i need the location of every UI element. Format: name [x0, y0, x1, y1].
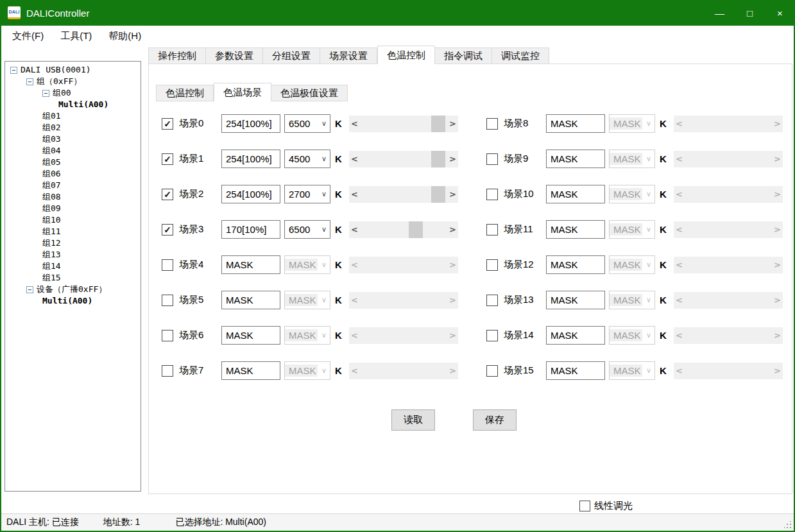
tree-item[interactable]: 组03 — [5, 133, 141, 145]
scrollbar-track[interactable] — [360, 257, 447, 273]
level-scrollbar[interactable]: < > — [349, 151, 458, 167]
scroll-right-icon[interactable]: > — [447, 292, 458, 309]
level-scrollbar[interactable]: < > — [349, 363, 458, 379]
tree-item[interactable]: 组12 — [5, 237, 141, 249]
level-input[interactable] — [546, 326, 605, 345]
scroll-left-icon[interactable]: < — [349, 363, 360, 379]
scene-checkbox[interactable]: ✓ — [486, 365, 498, 377]
scroll-right-icon[interactable]: > — [447, 363, 458, 379]
scene-checkbox[interactable]: ✓ — [162, 330, 173, 341]
main-tab-5[interactable]: 指令调试 — [435, 47, 492, 64]
level-scrollbar[interactable]: < > — [349, 327, 458, 344]
tree-item[interactable]: Multi(A00) — [5, 295, 141, 307]
scrollbar-thumb[interactable] — [409, 221, 423, 238]
scene-checkbox[interactable]: ✓ — [162, 365, 173, 377]
scroll-left-icon[interactable]: < — [349, 292, 360, 309]
scrollbar-track[interactable] — [685, 221, 772, 238]
scroll-right-icon[interactable]: > — [772, 363, 783, 379]
scroll-left-icon[interactable]: < — [349, 221, 360, 238]
scroll-left-icon[interactable]: < — [674, 327, 685, 344]
tree-item[interactable]: 组（0xFF） — [5, 76, 141, 87]
scrollbar-track[interactable] — [360, 186, 447, 203]
main-tab-0[interactable]: 操作控制 — [148, 47, 206, 64]
scene-checkbox[interactable]: ✓ — [162, 118, 173, 130]
tree-item[interactable]: 组15 — [5, 272, 141, 284]
scene-checkbox[interactable]: ✓ — [162, 259, 173, 271]
level-input[interactable] — [221, 114, 280, 133]
kelvin-dropdown[interactable]: MASK ∨ — [284, 326, 330, 345]
level-scrollbar[interactable]: < > — [674, 363, 783, 379]
scroll-right-icon[interactable]: > — [447, 257, 458, 273]
scene-checkbox[interactable]: ✓ — [486, 118, 498, 130]
scene-checkbox[interactable]: ✓ — [486, 295, 498, 306]
tree-item[interactable]: 组07 — [5, 180, 141, 191]
scroll-right-icon[interactable]: > — [447, 327, 458, 344]
sub-tab-1[interactable]: 色温场景 — [214, 83, 271, 101]
tree-item[interactable]: 组00 — [5, 87, 141, 99]
scroll-left-icon[interactable]: < — [674, 186, 685, 203]
scrollbar-track[interactable] — [685, 151, 772, 167]
kelvin-dropdown[interactable]: MASK ∨ — [284, 255, 330, 274]
level-input[interactable] — [546, 361, 605, 380]
scroll-right-icon[interactable]: > — [772, 116, 783, 132]
tree-item[interactable]: 组06 — [5, 168, 141, 180]
tree-item[interactable]: 设备（广播0xFF） — [5, 284, 141, 295]
level-scrollbar[interactable]: < > — [349, 221, 458, 238]
level-scrollbar[interactable]: < > — [674, 221, 783, 238]
main-tab-6[interactable]: 调试监控 — [492, 47, 549, 64]
scroll-right-icon[interactable]: > — [772, 327, 783, 344]
kelvin-dropdown[interactable]: MASK ∨ — [609, 220, 655, 239]
main-tab-4[interactable]: 色温控制 — [377, 46, 435, 64]
kelvin-dropdown[interactable]: 6500 ∨ — [284, 114, 330, 133]
maximize-button[interactable]: □ — [735, 0, 765, 26]
level-input[interactable] — [546, 220, 605, 239]
tree-item[interactable]: 组05 — [5, 157, 141, 168]
scrollbar-track[interactable] — [360, 363, 447, 379]
scroll-right-icon[interactable]: > — [772, 257, 783, 273]
scene-checkbox[interactable]: ✓ — [486, 259, 498, 271]
level-input[interactable] — [221, 255, 280, 274]
kelvin-dropdown[interactable]: MASK ∨ — [609, 150, 655, 168]
scene-checkbox[interactable]: ✓ — [486, 153, 498, 165]
main-tab-3[interactable]: 场景设置 — [320, 47, 377, 64]
scroll-left-icon[interactable]: < — [349, 327, 360, 344]
scrollbar-thumb[interactable] — [431, 151, 445, 167]
level-scrollbar[interactable]: < > — [674, 116, 783, 132]
scroll-left-icon[interactable]: < — [674, 116, 685, 132]
tree-item[interactable]: 组01 — [5, 110, 141, 122]
scrollbar-track[interactable] — [685, 257, 772, 273]
kelvin-dropdown[interactable]: MASK ∨ — [284, 361, 330, 380]
tree-item[interactable]: 组02 — [5, 122, 141, 133]
scene-checkbox[interactable]: ✓ — [162, 224, 173, 236]
scene-checkbox[interactable]: ✓ — [486, 330, 498, 341]
scroll-right-icon[interactable]: > — [772, 221, 783, 238]
scroll-left-icon[interactable]: < — [674, 221, 685, 238]
scroll-right-icon[interactable]: > — [447, 186, 458, 203]
scrollbar-track[interactable] — [685, 116, 772, 132]
kelvin-dropdown[interactable]: 2700 ∨ — [284, 185, 330, 203]
level-input[interactable] — [221, 326, 280, 345]
kelvin-dropdown[interactable]: 6500 ∨ — [284, 220, 330, 239]
sub-tab-2[interactable]: 色温极值设置 — [271, 85, 348, 101]
kelvin-dropdown[interactable]: MASK ∨ — [284, 291, 330, 309]
tree-item[interactable]: Multi(A00) — [5, 99, 141, 110]
scrollbar-track[interactable] — [360, 116, 447, 132]
tree-item[interactable]: DALI USB(0001) — [5, 64, 141, 76]
read-button[interactable]: 读取 — [391, 409, 435, 431]
level-scrollbar[interactable]: < > — [674, 186, 783, 203]
level-input[interactable] — [546, 114, 605, 133]
kelvin-dropdown[interactable]: MASK ∨ — [609, 361, 655, 380]
tree-item[interactable]: 组13 — [5, 249, 141, 261]
scrollbar-track[interactable] — [360, 327, 447, 344]
scroll-left-icon[interactable]: < — [349, 186, 360, 203]
main-tab-2[interactable]: 分组设置 — [263, 47, 320, 64]
level-input[interactable] — [546, 150, 605, 168]
level-scrollbar[interactable]: < > — [674, 327, 783, 344]
scene-checkbox[interactable]: ✓ — [162, 295, 173, 306]
main-tab-1[interactable]: 参数设置 — [206, 47, 263, 64]
scroll-left-icon[interactable]: < — [674, 151, 685, 167]
scene-checkbox[interactable]: ✓ — [162, 153, 173, 165]
minimize-button[interactable]: — — [705, 0, 735, 26]
menu-tools[interactable]: 工具(T) — [52, 27, 100, 46]
level-scrollbar[interactable]: < > — [349, 116, 458, 132]
